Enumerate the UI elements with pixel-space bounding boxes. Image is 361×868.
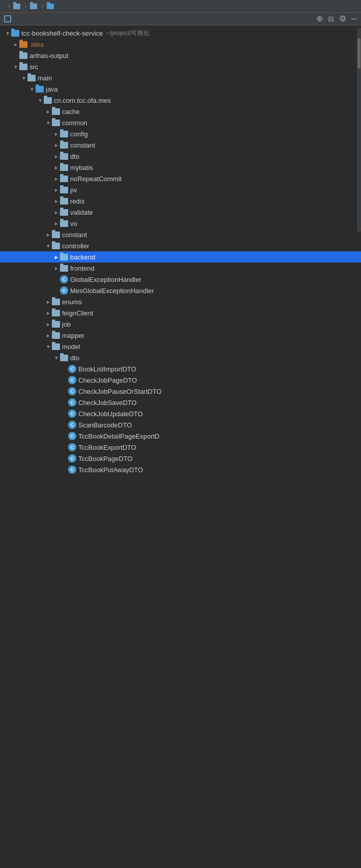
tree-arrow-main[interactable]: [20, 75, 27, 81]
tree-item-vo[interactable]: vo: [0, 218, 361, 229]
tree-arrow-backend[interactable]: [53, 254, 60, 260]
minimize-icon[interactable]: ─: [351, 15, 357, 23]
layout-icon[interactable]: ⊟: [328, 15, 334, 22]
tree-item-src[interactable]: src: [0, 61, 361, 72]
tree-arrow-cn_com[interactable]: [37, 98, 44, 103]
tree-item-ScanBarcodeDTO[interactable]: CScanBarcodeDTO: [0, 419, 361, 430]
folder-icon-common: [52, 120, 60, 126]
folder-icon-cn_com: [44, 97, 52, 104]
folder-icon-constant: [52, 232, 60, 238]
tree-arrow-enums[interactable]: [45, 299, 52, 305]
tree-arrow-common[interactable]: [45, 120, 52, 126]
tree-arrow-mapper[interactable]: [45, 333, 52, 338]
tree-item-TccBookPutAwayDTO[interactable]: CTccBookPutAwayDTO: [0, 464, 361, 475]
tree-arrow-constant[interactable]: [45, 232, 52, 238]
tree-item-controller[interactable]: controller: [0, 240, 361, 251]
class-icon-TccBookDetailPageExportD: C: [68, 432, 76, 440]
tree-item-cn_com[interactable]: cn.com.tcc.ofa.mes: [0, 95, 361, 106]
tree-label-TccBookPageDTO: TccBookPageDTO: [78, 455, 133, 462]
tree-item-BookListImportDTO[interactable]: CBookListImportDTO: [0, 363, 361, 374]
tree-item-dto[interactable]: dto: [0, 352, 361, 363]
tree-arrow-root[interactable]: [4, 31, 11, 36]
tree-arrow-mybatis[interactable]: [53, 165, 60, 170]
folder-icon-frontend: [60, 265, 68, 272]
add-icon[interactable]: ⊕: [316, 15, 323, 23]
tree-item-main[interactable]: main: [0, 72, 361, 83]
tree-item-model[interactable]: model: [0, 341, 361, 352]
tree-item-cache[interactable]: cache: [0, 106, 361, 117]
tree-arrow-controller[interactable]: [45, 243, 52, 249]
class-icon-CheckJobUpdateDTO: C: [68, 410, 76, 418]
tree-item-TccBookPageDTO[interactable]: CTccBookPageDTO: [0, 453, 361, 464]
tree-arrow-pv[interactable]: [53, 187, 60, 193]
tree-item-constant_inner[interactable]: constant: [0, 139, 361, 151]
tree-item-arthas[interactable]: arthas-output: [0, 50, 361, 61]
tree-arrow-constant_inner[interactable]: [53, 142, 60, 148]
tree-item-frontend[interactable]: frontend: [0, 263, 361, 274]
scrollbar-thumb[interactable]: [357, 38, 360, 69]
tree-item-GlobalExceptionHandler[interactable]: CGlobalExceptionHandler: [0, 274, 361, 285]
title-sep1: ›: [8, 3, 10, 10]
tree-arrow-config[interactable]: [53, 131, 60, 137]
tree-label-CheckJobUpdateDTO: CheckJobUpdateDTO: [78, 410, 143, 418]
tree-label-CheckJobPageDTO: CheckJobPageDTO: [78, 377, 137, 384]
tree-item-config[interactable]: config: [0, 128, 361, 139]
tree-arrow-validate[interactable]: [53, 210, 60, 215]
folder-icon-model: [52, 343, 60, 350]
tree-arrow-vo[interactable]: [53, 221, 60, 226]
tree-item-feignClient[interactable]: feignClient: [0, 307, 361, 319]
tree-item-mybatis[interactable]: mybatis: [0, 162, 361, 173]
tree-arrow-redis[interactable]: [53, 198, 60, 204]
tree-arrow-src[interactable]: [12, 64, 19, 70]
tree-item-common[interactable]: common: [0, 117, 361, 128]
class-icon-TccBookPutAwayDTO: C: [68, 466, 76, 474]
folder-icon-redis: [60, 198, 68, 205]
tree-arrow-dto[interactable]: [53, 355, 60, 361]
folder-icon-idea: [19, 41, 27, 48]
title-path-src: [13, 4, 22, 9]
settings-icon[interactable]: ⚙: [339, 15, 346, 23]
tree-arrow-frontend[interactable]: [53, 266, 60, 271]
tree-label-noRepeatCommit: noRepeatCommit: [70, 175, 122, 183]
tree-arrow-dto_inner[interactable]: [53, 154, 60, 159]
tree-label-cn_com: cn.com.tcc.ofa.mes: [54, 97, 111, 104]
tree-item-TccBookExportDTO[interactable]: CTccBookExportDTO: [0, 442, 361, 453]
class-icon-CheckJobPageDTO: C: [68, 376, 76, 384]
tree-item-pv[interactable]: pv: [0, 184, 361, 195]
folder-icon-arthas: [19, 52, 27, 59]
title-sep3: ›: [42, 3, 44, 10]
tree-item-redis[interactable]: redis: [0, 195, 361, 207]
tree-suffix-root: ~/project/可视化: [106, 29, 149, 38]
folder-icon-main: [27, 75, 36, 81]
tree-item-java[interactable]: java: [0, 83, 361, 95]
tree-item-root[interactable]: tcc-bookshelf-check-service~/project/可视化: [0, 27, 361, 39]
tree-arrow-job[interactable]: [45, 322, 52, 327]
tree-arrow-noRepeatCommit[interactable]: [53, 176, 60, 182]
tree-item-mapper[interactable]: mapper: [0, 330, 361, 341]
tree-item-noRepeatCommit[interactable]: noRepeatCommit: [0, 173, 361, 184]
tree-label-cache: cache: [62, 108, 80, 115]
tree-item-backend[interactable]: backend: [0, 251, 361, 263]
src-folder-icon: [13, 4, 20, 9]
tree-item-enums[interactable]: enums: [0, 296, 361, 307]
folder-icon-mapper: [52, 332, 60, 339]
tree-item-MesGlobalExceptionHandler[interactable]: CMesGlobalExceptionHandler: [0, 285, 361, 296]
tree-item-dto_inner[interactable]: dto: [0, 151, 361, 162]
tree-label-redis: redis: [70, 197, 84, 205]
tree-item-validate[interactable]: validate: [0, 207, 361, 218]
tree-item-CheckJobUpdateDTO[interactable]: CCheckJobUpdateDTO: [0, 408, 361, 419]
tree-item-constant[interactable]: constant: [0, 229, 361, 240]
tree-item-CheckJobSaveDTO[interactable]: CCheckJobSaveDTO: [0, 397, 361, 408]
tree-arrow-java[interactable]: [28, 86, 36, 92]
tree-item-TccBookDetailPageExportD[interactable]: CTccBookDetailPageExportD: [0, 430, 361, 442]
tree-item-CheckJobPauseOrStartDTO[interactable]: CCheckJobPauseOrStartDTO: [0, 386, 361, 397]
tree-item-job[interactable]: job: [0, 319, 361, 330]
tree-arrow-model[interactable]: [45, 344, 52, 350]
tree-arrow-feignClient[interactable]: [45, 310, 52, 316]
scrollbar-track[interactable]: [357, 28, 361, 232]
tree-arrow-cache[interactable]: [45, 109, 52, 114]
tree-arrow-idea[interactable]: [12, 42, 19, 47]
tree-item-CheckJobPageDTO[interactable]: CCheckJobPageDTO: [0, 374, 361, 386]
folder-icon-validate: [60, 209, 68, 216]
tree-item-idea[interactable]: .idea: [0, 39, 361, 50]
